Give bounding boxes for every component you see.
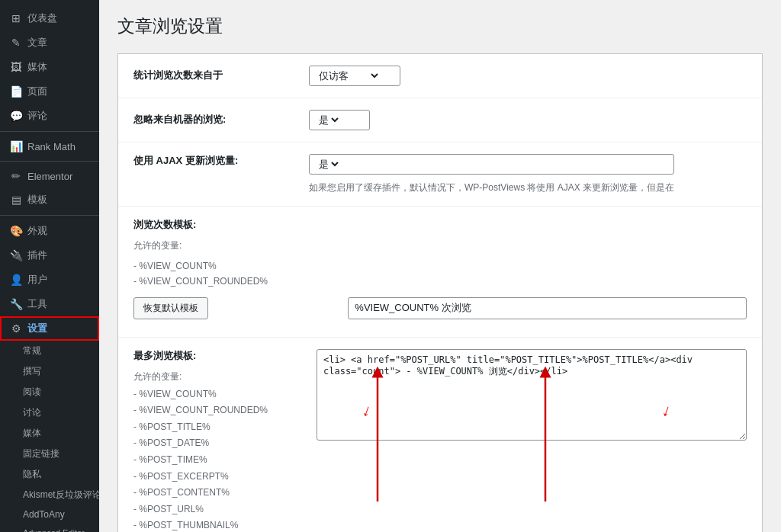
- ignore-bots-row: 忽略来自机器的浏览: 是 否: [118, 98, 762, 143]
- sidebar-item-pages[interactable]: 📄 页面: [0, 79, 99, 104]
- ajax-select[interactable]: 是 否: [316, 158, 341, 171]
- sidebar-sub-permalink[interactable]: 固定链接: [0, 444, 99, 464]
- top-views-section: 最多浏览模板: 允许的变量: - %VIEW_COUNT% - %VIEW_CO…: [133, 349, 747, 532]
- sidebar-sub-addtoany[interactable]: AddToAny: [0, 505, 99, 524]
- sidebar-item-media[interactable]: 🖼 媒体: [0, 55, 99, 79]
- templates-icon: ▤: [9, 194, 23, 206]
- top-views-left: 最多浏览模板: 允许的变量: - %VIEW_COUNT% - %VIEW_CO…: [133, 349, 301, 532]
- sidebar-sub-writing[interactable]: 撰写: [0, 361, 99, 382]
- sidebar-sub-media[interactable]: 媒体: [0, 423, 99, 444]
- tools-icon: 🔧: [9, 298, 23, 310]
- ignore-bots-select-wrapper[interactable]: 是 否: [309, 110, 370, 130]
- count-from-row: 统计浏览次数来自于 仅访客 所有用户 仅登录用户: [118, 54, 762, 98]
- view-template-right: [348, 297, 747, 325]
- ajax-hint: 如果您启用了缓存插件，默认情况下，WP-PostViews 将使用 AJAX 来…: [309, 181, 674, 194]
- sidebar-item-plugins[interactable]: 🔌 插件: [0, 243, 99, 268]
- sidebar: ⊞ 仪表盘 ✎ 文章 🖼 媒体 📄 页面 💬 评论 📊 Rank Math ✏ …: [0, 0, 99, 532]
- sidebar-item-elementor[interactable]: ✏ Elementor: [0, 165, 99, 187]
- count-from-select-wrapper[interactable]: 仅访客 所有用户 仅登录用户: [309, 66, 400, 86]
- view-template-reset-btn[interactable]: 恢复默认模板: [133, 297, 208, 319]
- sidebar-item-dashboard[interactable]: ⊞ 仪表盘: [0, 6, 99, 30]
- plugins-icon: 🔌: [9, 249, 23, 261]
- users-icon: 👤: [9, 274, 23, 286]
- sidebar-sub-reading[interactable]: 阅读: [0, 382, 99, 402]
- view-template-label: 浏览次数模板:: [133, 218, 747, 232]
- settings-wrapper: 统计浏览次数来自于 仅访客 所有用户 仅登录用户 忽略来自机器的浏览: 是: [117, 53, 763, 532]
- sidebar-sub-advanced-editor[interactable]: Advanced Editor Tools (TinyMCE Advanc...…: [0, 524, 99, 532]
- sidebar-item-comments[interactable]: 💬 评论: [0, 104, 99, 128]
- sidebar-separator-2: [0, 161, 99, 162]
- ignore-bots-label: 忽略来自机器的浏览:: [133, 113, 286, 127]
- top-views-right: <li> <a href="%POST_URL%" title="%POST_T…: [317, 349, 747, 532]
- sidebar-separator-3: [0, 215, 99, 216]
- view-template-vars-title: 允许的变量:: [133, 239, 747, 252]
- pages-icon: 📄: [9, 85, 23, 98]
- sidebar-sub-general[interactable]: 常规: [0, 341, 99, 361]
- top-views-vars: - %VIEW_COUNT% - %VIEW_COUNT_ROUNDED% - …: [133, 386, 301, 532]
- count-from-control: 仅访客 所有用户 仅登录用户: [309, 66, 400, 86]
- sidebar-item-posts[interactable]: ✎ 文章: [0, 30, 99, 55]
- top-views-row: 最多浏览模板: 允许的变量: - %VIEW_COUNT% - %VIEW_CO…: [118, 338, 762, 532]
- top-views-vars-title: 允许的变量:: [133, 370, 301, 383]
- view-template-row: 浏览次数模板: 允许的变量: - %VIEW_COUNT%- %VIEW_COU…: [118, 207, 762, 338]
- sidebar-item-rankmath[interactable]: 📊 Rank Math: [0, 135, 99, 158]
- appearance-icon: 🎨: [9, 225, 23, 237]
- settings-icon: ⚙: [9, 322, 23, 335]
- main-content: 文章浏览设置 统计浏览次数来自于 仅访客 所有用户 仅登录用户 忽略来自机器的浏…: [99, 0, 781, 532]
- sidebar-item-settings[interactable]: ⚙ 设置 →: [0, 316, 99, 341]
- sidebar-item-tools[interactable]: 🔧 工具: [0, 292, 99, 316]
- view-template-input-row: 恢复默认模板: [133, 297, 747, 325]
- page-title: 文章浏览设置: [117, 15, 763, 38]
- count-from-label: 统计浏览次数来自于: [133, 69, 286, 82]
- view-template-input-wrapper: 恢复默认模板: [133, 297, 333, 325]
- sidebar-separator-1: [0, 131, 99, 132]
- ajax-label: 使用 AJAX 更新浏览量:: [133, 154, 286, 168]
- ajax-control: 是 否 如果您启用了缓存插件，默认情况下，WP-PostViews 将使用 AJ…: [309, 154, 674, 194]
- elementor-icon: ✏: [9, 170, 23, 182]
- view-template-vars: - %VIEW_COUNT%- %VIEW_COUNT_ROUNDED%: [133, 258, 747, 290]
- top-views-label: 最多浏览模板:: [133, 349, 301, 363]
- count-from-select[interactable]: 仅访客 所有用户 仅登录用户: [316, 69, 381, 82]
- sidebar-item-appearance[interactable]: 🎨 外观: [0, 219, 99, 243]
- ignore-bots-select[interactable]: 是 否: [316, 114, 341, 127]
- posts-icon: ✎: [9, 37, 23, 49]
- view-template-section: 浏览次数模板: 允许的变量: - %VIEW_COUNT%- %VIEW_COU…: [133, 218, 747, 325]
- media-icon: 🖼: [9, 61, 23, 73]
- dashboard-icon: ⊞: [9, 12, 23, 24]
- ignore-bots-control: 是 否: [309, 110, 370, 130]
- view-template-input[interactable]: [348, 297, 747, 319]
- comments-icon: 💬: [9, 110, 23, 122]
- sidebar-item-users[interactable]: 👤 用户: [0, 268, 99, 292]
- ajax-select-wrapper[interactable]: 是 否: [309, 154, 674, 175]
- rankmath-icon: 📊: [9, 140, 23, 152]
- sidebar-item-templates[interactable]: ▤ 模板: [0, 187, 99, 212]
- ajax-row: 使用 AJAX 更新浏览量: 是 否 如果您启用了缓存插件，默认情况下，WP-P…: [118, 143, 762, 207]
- sidebar-sub-discussion[interactable]: 讨论: [0, 402, 99, 423]
- sidebar-sub-akismet[interactable]: Akismet反垃圾评论: [0, 485, 99, 505]
- top-views-textarea[interactable]: <li> <a href="%POST_URL%" title="%POST_T…: [317, 349, 747, 441]
- sidebar-sub-privacy[interactable]: 隐私: [0, 464, 99, 485]
